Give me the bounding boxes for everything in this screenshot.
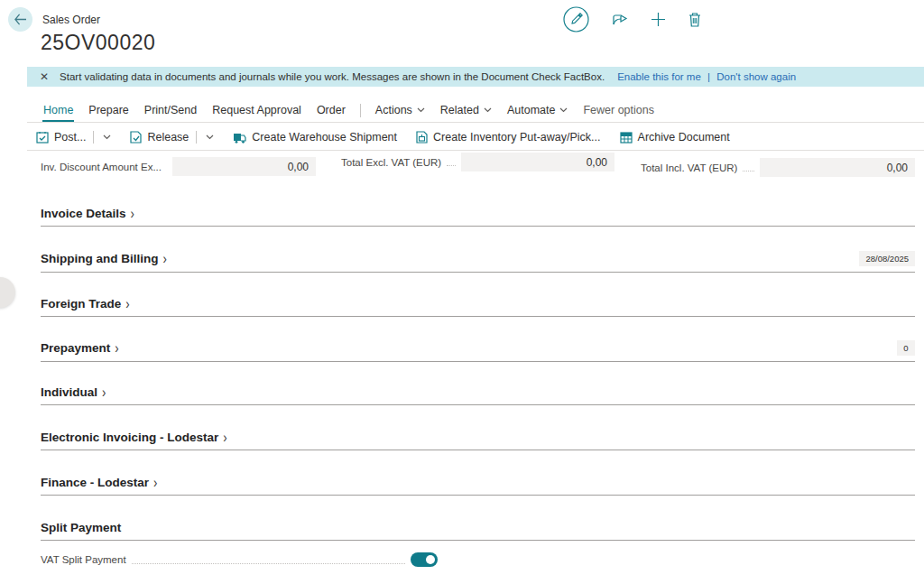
chevron-right-icon: › — [153, 474, 157, 491]
section-prepayment[interactable]: Prepayment › 0 — [41, 340, 915, 362]
vat-split-payment-field: VAT Split Payment — [41, 552, 438, 567]
tab-print-send[interactable]: Print/Send — [143, 100, 198, 122]
delete-icon[interactable] — [688, 13, 701, 27]
notification-link-separator: | — [707, 71, 710, 82]
archive-document-icon — [620, 132, 633, 144]
share-icon[interactable] — [613, 13, 628, 26]
section-invoice-details[interactable]: Invoice Details › — [41, 207, 915, 227]
chevron-right-icon: › — [102, 384, 106, 401]
notification-close-icon[interactable]: ✕ — [40, 70, 49, 83]
dotted-leader — [447, 158, 456, 166]
tab-request-approval[interactable]: Request Approval — [211, 100, 302, 122]
tab-prepare[interactable]: Prepare — [88, 100, 129, 122]
chevron-down-icon — [206, 134, 214, 140]
chevron-right-icon: › — [131, 205, 134, 222]
chevron-down-icon — [103, 134, 111, 140]
page-actions — [563, 6, 701, 32]
inv-discount-amount-field: Inv. Discount Amount Ex... 0,00 — [41, 157, 316, 176]
notification-bar: ✕ Start validating data in documents and… — [27, 67, 924, 87]
fewer-options-button[interactable]: Fewer options — [582, 100, 655, 122]
post-document-icon — [36, 131, 49, 144]
create-inventory-putaway-button[interactable]: Create Inventory Put-away/Pick... — [416, 131, 601, 144]
left-pane-handle[interactable] — [0, 277, 15, 308]
chevron-down-icon — [559, 107, 568, 113]
action-toolbar: Post... Release Create Warehouse Shipmen… — [27, 125, 924, 151]
notification-link-dismiss[interactable]: Don't show again — [716, 71, 796, 82]
total-incl-vat-field: Total Incl. VAT (EUR) 0,00 — [641, 158, 915, 177]
field-label: VAT Split Payment — [41, 554, 126, 565]
create-warehouse-shipment-button[interactable]: Create Warehouse Shipment — [233, 131, 397, 144]
dotted-leader — [743, 163, 754, 171]
tab-home[interactable]: Home — [42, 100, 74, 122]
chevron-right-icon: › — [115, 339, 118, 357]
chevron-down-icon — [417, 107, 425, 113]
notification-link-enable[interactable]: Enable this for me — [617, 71, 701, 82]
tab-automate[interactable]: Automate — [506, 100, 569, 122]
toggle-knob — [426, 555, 435, 564]
section-foreign-trade[interactable]: Foreign Trade › — [41, 297, 915, 317]
chevron-down-icon — [484, 107, 492, 113]
tab-divider — [360, 104, 361, 117]
tab-actions[interactable]: Actions — [374, 100, 426, 122]
new-icon[interactable] — [651, 13, 665, 26]
section-individual[interactable]: Individual › — [41, 385, 915, 405]
total-excl-vat-field: Total Excl. VAT (EUR) 0,00 — [341, 153, 614, 171]
warehouse-shipment-icon — [233, 131, 246, 144]
post-button[interactable]: Post... — [36, 131, 111, 144]
chevron-right-icon: › — [163, 250, 167, 267]
field-label: Total Excl. VAT (EUR) — [341, 157, 441, 168]
dotted-leader — [132, 556, 405, 564]
total-excl-vat-value[interactable]: 0,00 — [461, 153, 614, 171]
field-label: Total Incl. VAT (EUR) — [641, 162, 737, 173]
vat-split-payment-toggle[interactable] — [411, 552, 438, 567]
shipment-date-badge: 28/08/2025 — [859, 251, 915, 266]
tab-order[interactable]: Order — [316, 100, 346, 122]
inv-discount-amount-input[interactable]: 0,00 — [172, 157, 316, 176]
release-document-icon — [130, 131, 142, 144]
ribbon-tabs: Home Prepare Print/Send Request Approval… — [27, 99, 924, 123]
chevron-right-icon: › — [223, 429, 226, 446]
release-button[interactable]: Release — [130, 131, 214, 144]
section-shipping-and-billing[interactable]: Shipping and Billing › 28/08/2025 — [41, 251, 915, 273]
total-incl-vat-value[interactable]: 0,00 — [760, 158, 915, 177]
prepayment-badge: 0 — [897, 340, 915, 356]
notification-message: Start validating data in documents and j… — [60, 71, 605, 82]
section-finance-lodestar[interactable]: Finance - Lodestar › — [41, 476, 915, 496]
page-title: 25OV00020 — [41, 31, 155, 55]
chevron-right-icon: › — [125, 295, 129, 312]
page-caption: Sales Order — [42, 14, 100, 26]
inventory-putaway-icon — [416, 131, 428, 144]
back-button[interactable] — [8, 7, 32, 32]
back-arrow-icon — [14, 14, 27, 25]
section-split-payment[interactable]: Split Payment — [41, 521, 915, 541]
tab-related[interactable]: Related — [439, 100, 493, 122]
section-electronic-invoicing-lodestar[interactable]: Electronic Invoicing - Lodestar › — [41, 431, 915, 450]
archive-document-button[interactable]: Archive Document — [620, 131, 730, 144]
field-label: Inv. Discount Amount Ex... — [41, 162, 162, 172]
edit-icon[interactable] — [563, 6, 589, 32]
